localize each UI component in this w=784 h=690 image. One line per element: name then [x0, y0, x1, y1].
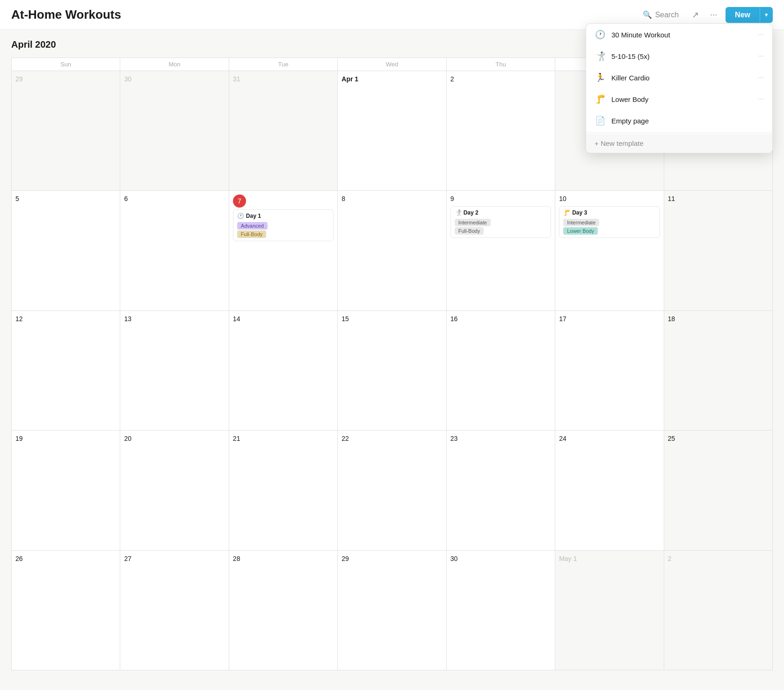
date-num: 2: [450, 75, 454, 83]
cal-cell-mar29[interactable]: 29: [12, 71, 120, 191]
expand-button[interactable]: ↗: [689, 7, 702, 23]
event-day2-title: 🤺 Day 2: [455, 209, 547, 216]
menu-item-lowerbody-label: Lower Body: [611, 95, 752, 103]
header-actions: 🔍 Search ↗ ··· New ▾: [638, 7, 773, 23]
date-num: 8: [341, 195, 345, 202]
event-day2-icon: 🤺: [455, 209, 462, 216]
menu-item-emptypage-label: Empty page: [611, 117, 764, 125]
cal-cell-apr26[interactable]: 26: [12, 551, 120, 670]
menu-item-51015-more[interactable]: ···: [758, 52, 764, 60]
cal-cell-apr6[interactable]: 6: [120, 191, 229, 310]
menu-item-51015-icon: 🤺: [595, 51, 606, 61]
cal-cell-apr30[interactable]: 30: [447, 551, 555, 670]
cal-cell-apr8[interactable]: 8: [338, 191, 446, 310]
event-day1-title: 🕐 Day 1: [237, 213, 329, 219]
menu-item-30min-icon: 🕐: [595, 29, 606, 40]
cal-cell-apr24[interactable]: 24: [555, 431, 664, 550]
cal-cell-may1[interactable]: May 1: [555, 551, 664, 670]
new-button-group: New ▾: [726, 7, 773, 23]
date-num: Apr 1: [341, 75, 358, 83]
cal-cell-apr27[interactable]: 27: [120, 551, 229, 670]
menu-item-emptypage[interactable]: 📄 Empty page: [586, 110, 772, 131]
event-day3-title: 🦵 Day 3: [563, 209, 655, 216]
date-num: 9: [450, 195, 454, 202]
date-num: 28: [233, 555, 240, 562]
menu-divider: [586, 132, 772, 133]
date-num: May 1: [559, 555, 577, 562]
menu-item-lowerbody[interactable]: 🦵 Lower Body ···: [586, 88, 772, 110]
cal-cell-apr1[interactable]: Apr 1: [338, 71, 446, 191]
cal-cell-apr9[interactable]: 9 🤺 Day 2 Intermediate Full-Body: [447, 191, 555, 310]
date-num: 15: [341, 315, 349, 323]
event-day2[interactable]: 🤺 Day 2 Intermediate Full-Body: [450, 206, 551, 238]
cal-cell-apr16[interactable]: 16: [447, 311, 555, 431]
cal-cell-apr18[interactable]: 18: [664, 311, 773, 431]
cal-cell-apr21[interactable]: 21: [229, 431, 338, 550]
dow-tue: Tue: [229, 58, 338, 71]
menu-item-30min-more[interactable]: ···: [758, 30, 764, 39]
event-day2-tags: Intermediate Full-Body: [455, 218, 547, 235]
event-day3-icon: 🦵: [563, 209, 570, 216]
menu-item-killercardio-icon: 🏃: [595, 72, 606, 83]
date-num: 14: [233, 315, 240, 323]
cal-cell-apr13[interactable]: 13: [120, 311, 229, 431]
date-num: 26: [15, 555, 23, 562]
date-num: 5: [15, 195, 19, 202]
date-num: 20: [124, 435, 131, 442]
date-num: 16: [450, 315, 458, 323]
cal-cell-apr19[interactable]: 19: [12, 431, 120, 550]
menu-item-30min[interactable]: 🕐 30 Minute Workout ···: [586, 24, 772, 45]
cal-cell-apr7[interactable]: 7 🕐 Day 1 Advanced Full-Body: [229, 191, 338, 310]
date-num: 29: [341, 555, 349, 562]
menu-item-30min-label: 30 Minute Workout: [611, 31, 752, 39]
date-num: 2: [668, 555, 672, 562]
cal-cell-apr22[interactable]: 22: [338, 431, 446, 550]
cal-cell-apr29[interactable]: 29: [338, 551, 446, 670]
cal-cell-apr10[interactable]: 10 🦵 Day 3 Intermediate Lower Body: [555, 191, 664, 310]
more-button[interactable]: ···: [707, 7, 720, 22]
date-num: 10: [559, 195, 566, 202]
cal-cell-may2[interactable]: 2: [664, 551, 773, 670]
event-day1[interactable]: 🕐 Day 1 Advanced Full-Body: [233, 209, 334, 241]
search-button[interactable]: 🔍 Search: [638, 7, 683, 22]
new-button-arrow[interactable]: ▾: [760, 7, 773, 23]
dow-sun: Sun: [12, 58, 120, 71]
menu-item-51015-label: 5-10-15 (5x): [611, 52, 752, 60]
date-num: 17: [559, 315, 566, 323]
new-button[interactable]: New: [726, 7, 760, 23]
cal-cell-apr23[interactable]: 23: [447, 431, 555, 550]
cal-cell-apr28[interactable]: 28: [229, 551, 338, 670]
tag-full-body: Full-Body: [237, 230, 266, 238]
event-day1-icon: 🕐: [237, 213, 244, 219]
cal-cell-apr17[interactable]: 17: [555, 311, 664, 431]
event-day3-tags: Intermediate Lower Body: [563, 218, 655, 235]
menu-new-template[interactable]: + New template: [586, 134, 772, 153]
date-num: 18: [668, 315, 675, 323]
cal-cell-apr11[interactable]: 11: [664, 191, 773, 310]
cal-cell-mar30[interactable]: 30: [120, 71, 229, 191]
app-title: At-Home Workouts: [11, 7, 638, 22]
date-num: 11: [668, 195, 675, 202]
menu-item-killercardio-label: Killer Cardio: [611, 74, 752, 82]
menu-item-lowerbody-more[interactable]: ···: [758, 95, 764, 103]
cal-cell-apr14[interactable]: 14: [229, 311, 338, 431]
cal-cell-apr2[interactable]: 2: [447, 71, 555, 191]
date-num: 19: [15, 435, 23, 442]
date-num: 22: [341, 435, 349, 442]
cal-cell-mar31[interactable]: 31: [229, 71, 338, 191]
tag-full-body-gray: Full-Body: [455, 227, 484, 235]
date-num: 6: [124, 195, 128, 202]
cal-cell-apr15[interactable]: 15: [338, 311, 446, 431]
event-day3[interactable]: 🦵 Day 3 Intermediate Lower Body: [559, 206, 660, 238]
dow-mon: Mon: [120, 58, 229, 71]
dow-thu: Thu: [447, 58, 555, 71]
cal-cell-apr12[interactable]: 12: [12, 311, 120, 431]
date-num: 23: [450, 435, 458, 442]
menu-item-51015[interactable]: 🤺 5-10-15 (5x) ···: [586, 45, 772, 67]
cal-cell-apr25[interactable]: 25: [664, 431, 773, 550]
cal-cell-apr20[interactable]: 20: [120, 431, 229, 550]
menu-item-killercardio[interactable]: 🏃 Killer Cardio ···: [586, 67, 772, 88]
menu-item-killercardio-more[interactable]: ···: [758, 73, 764, 82]
tag-advanced: Advanced: [237, 222, 268, 230]
cal-cell-apr5[interactable]: 5: [12, 191, 120, 310]
